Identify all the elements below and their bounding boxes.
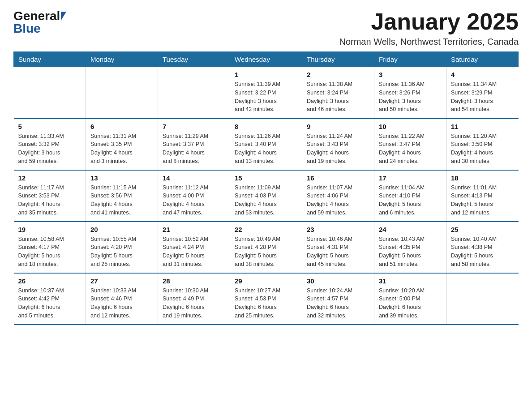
day-number: 22 — [235, 226, 297, 233]
calendar-cell: 5Sunrise: 11:33 AM Sunset: 3:32 PM Dayli… — [14, 119, 86, 170]
day-info: Sunrise: 11:04 AM Sunset: 4:10 PM Daylig… — [379, 184, 442, 217]
column-header-friday: Friday — [374, 52, 446, 67]
calendar-cell: 25Sunrise: 10:40 AM Sunset: 4:38 PM Dayl… — [446, 222, 519, 273]
day-number: 14 — [163, 174, 225, 182]
calendar-week-row: 1Sunrise: 11:39 AM Sunset: 3:22 PM Dayli… — [14, 67, 519, 119]
calendar-cell: 31Sunrise: 10:20 AM Sunset: 5:00 PM Dayl… — [374, 273, 446, 325]
calendar-week-row: 12Sunrise: 11:17 AM Sunset: 3:53 PM Dayl… — [14, 170, 519, 222]
calendar-week-row: 26Sunrise: 10:37 AM Sunset: 4:42 PM Dayl… — [14, 273, 519, 325]
calendar-cell: 27Sunrise: 10:33 AM Sunset: 4:46 PM Dayl… — [86, 273, 158, 325]
day-number: 20 — [90, 226, 153, 233]
day-info: Sunrise: 10:20 AM Sunset: 5:00 PM Daylig… — [379, 287, 442, 320]
day-info: Sunrise: 11:29 AM Sunset: 3:37 PM Daylig… — [163, 132, 225, 166]
day-number: 28 — [163, 277, 225, 285]
day-number: 3 — [379, 71, 442, 78]
day-info: Sunrise: 11:36 AM Sunset: 3:26 PM Daylig… — [379, 80, 442, 114]
day-info: Sunrise: 10:27 AM Sunset: 4:53 PM Daylig… — [235, 287, 297, 320]
calendar-cell — [14, 67, 86, 119]
calendar-cell: 15Sunrise: 11:09 AM Sunset: 4:03 PM Dayl… — [230, 170, 302, 222]
calendar-header-row: SundayMondayTuesdayWednesdayThursdayFrid… — [14, 52, 519, 67]
calendar-cell: 26Sunrise: 10:37 AM Sunset: 4:42 PM Dayl… — [14, 273, 86, 325]
day-number: 24 — [379, 226, 442, 233]
day-info: Sunrise: 11:07 AM Sunset: 4:06 PM Daylig… — [307, 184, 369, 217]
day-info: Sunrise: 11:17 AM Sunset: 3:53 PM Daylig… — [18, 184, 82, 217]
logo: General Blue — [13, 9, 67, 36]
day-info: Sunrise: 11:01 AM Sunset: 4:13 PM Daylig… — [451, 184, 514, 217]
day-info: Sunrise: 10:43 AM Sunset: 4:35 PM Daylig… — [379, 235, 442, 269]
day-number: 31 — [379, 277, 442, 285]
calendar-cell: 20Sunrise: 10:55 AM Sunset: 4:20 PM Dayl… — [86, 222, 158, 273]
day-number: 7 — [163, 123, 225, 130]
day-info: Sunrise: 11:26 AM Sunset: 3:40 PM Daylig… — [235, 132, 297, 166]
calendar-cell — [446, 273, 519, 325]
logo-triangle-icon — [61, 12, 66, 21]
day-number: 27 — [90, 277, 153, 285]
calendar-cell: 22Sunrise: 10:49 AM Sunset: 4:28 PM Dayl… — [230, 222, 302, 273]
day-number: 9 — [307, 123, 369, 130]
column-header-wednesday: Wednesday — [230, 52, 302, 67]
calendar-cell: 9Sunrise: 11:24 AM Sunset: 3:43 PM Dayli… — [302, 119, 374, 170]
page-header: General Blue January 2025 Norman Wells, … — [13, 9, 519, 47]
calendar-cell — [86, 67, 158, 119]
location-title: Norman Wells, Northwest Territories, Can… — [339, 37, 519, 47]
calendar-table: SundayMondayTuesdayWednesdayThursdayFrid… — [13, 51, 519, 325]
day-number: 29 — [235, 277, 297, 285]
column-header-sunday: Sunday — [14, 52, 86, 67]
day-number: 4 — [451, 71, 514, 78]
column-header-tuesday: Tuesday — [158, 52, 230, 67]
day-info: Sunrise: 11:39 AM Sunset: 3:22 PM Daylig… — [235, 80, 297, 114]
day-info: Sunrise: 11:22 AM Sunset: 3:47 PM Daylig… — [379, 132, 442, 166]
day-info: Sunrise: 11:15 AM Sunset: 3:56 PM Daylig… — [90, 184, 153, 217]
column-header-saturday: Saturday — [446, 52, 519, 67]
day-info: Sunrise: 11:33 AM Sunset: 3:32 PM Daylig… — [18, 132, 82, 166]
day-number: 8 — [235, 123, 297, 130]
day-number: 13 — [90, 174, 153, 182]
day-number: 30 — [307, 277, 369, 285]
calendar-cell: 23Sunrise: 10:46 AM Sunset: 4:31 PM Dayl… — [302, 222, 374, 273]
day-info: Sunrise: 10:33 AM Sunset: 4:46 PM Daylig… — [90, 287, 153, 320]
day-info: Sunrise: 10:58 AM Sunset: 4:17 PM Daylig… — [18, 235, 82, 269]
day-info: Sunrise: 11:34 AM Sunset: 3:29 PM Daylig… — [451, 80, 514, 114]
calendar-cell: 18Sunrise: 11:01 AM Sunset: 4:13 PM Dayl… — [446, 170, 519, 222]
calendar-cell: 3Sunrise: 11:36 AM Sunset: 3:26 PM Dayli… — [374, 67, 446, 119]
calendar-cell: 10Sunrise: 11:22 AM Sunset: 3:47 PM Dayl… — [374, 119, 446, 170]
day-number: 6 — [90, 123, 153, 130]
calendar-cell: 17Sunrise: 11:04 AM Sunset: 4:10 PM Dayl… — [374, 170, 446, 222]
calendar-cell: 30Sunrise: 10:24 AM Sunset: 4:57 PM Dayl… — [302, 273, 374, 325]
calendar-cell: 11Sunrise: 11:20 AM Sunset: 3:50 PM Dayl… — [446, 119, 519, 170]
day-number: 15 — [235, 174, 297, 182]
day-number: 12 — [18, 174, 82, 182]
day-info: Sunrise: 11:09 AM Sunset: 4:03 PM Daylig… — [235, 184, 297, 217]
calendar-cell: 2Sunrise: 11:38 AM Sunset: 3:24 PM Dayli… — [302, 67, 374, 119]
calendar-cell: 28Sunrise: 10:30 AM Sunset: 4:49 PM Dayl… — [158, 273, 230, 325]
day-number: 18 — [451, 174, 514, 182]
day-info: Sunrise: 10:55 AM Sunset: 4:20 PM Daylig… — [90, 235, 153, 269]
calendar-cell: 13Sunrise: 11:15 AM Sunset: 3:56 PM Dayl… — [86, 170, 158, 222]
column-header-thursday: Thursday — [302, 52, 374, 67]
calendar-cell: 19Sunrise: 10:58 AM Sunset: 4:17 PM Dayl… — [14, 222, 86, 273]
day-number: 19 — [18, 226, 82, 233]
day-info: Sunrise: 11:12 AM Sunset: 4:00 PM Daylig… — [163, 184, 225, 217]
day-number: 1 — [235, 71, 297, 78]
day-number: 26 — [18, 277, 82, 285]
calendar-cell: 8Sunrise: 11:26 AM Sunset: 3:40 PM Dayli… — [230, 119, 302, 170]
month-title: January 2025 — [339, 9, 519, 34]
calendar-cell: 14Sunrise: 11:12 AM Sunset: 4:00 PM Dayl… — [158, 170, 230, 222]
calendar-cell: 1Sunrise: 11:39 AM Sunset: 3:22 PM Dayli… — [230, 67, 302, 119]
logo-blue-text: Blue — [13, 21, 41, 36]
day-number: 2 — [307, 71, 369, 78]
day-info: Sunrise: 11:24 AM Sunset: 3:43 PM Daylig… — [307, 132, 369, 166]
day-number: 5 — [18, 123, 82, 130]
calendar-cell: 21Sunrise: 10:52 AM Sunset: 4:24 PM Dayl… — [158, 222, 230, 273]
calendar-cell: 24Sunrise: 10:43 AM Sunset: 4:35 PM Dayl… — [374, 222, 446, 273]
calendar-cell: 4Sunrise: 11:34 AM Sunset: 3:29 PM Dayli… — [446, 67, 519, 119]
calendar-cell: 29Sunrise: 10:27 AM Sunset: 4:53 PM Dayl… — [230, 273, 302, 325]
day-number: 21 — [163, 226, 225, 233]
day-number: 17 — [379, 174, 442, 182]
column-header-monday: Monday — [86, 52, 158, 67]
day-info: Sunrise: 11:38 AM Sunset: 3:24 PM Daylig… — [307, 80, 369, 114]
day-info: Sunrise: 10:46 AM Sunset: 4:31 PM Daylig… — [307, 235, 369, 269]
calendar-week-row: 19Sunrise: 10:58 AM Sunset: 4:17 PM Dayl… — [14, 222, 519, 273]
title-section: January 2025 Norman Wells, Northwest Ter… — [339, 9, 519, 47]
day-number: 23 — [307, 226, 369, 233]
